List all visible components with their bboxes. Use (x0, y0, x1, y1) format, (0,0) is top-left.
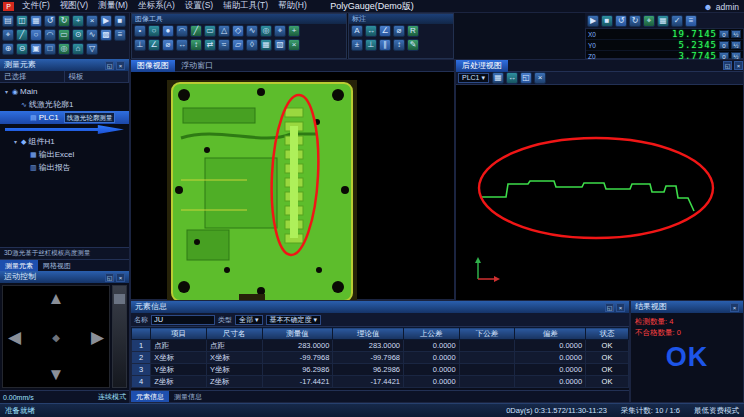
height-dim-icon[interactable]: ↕ (393, 39, 405, 51)
column-header[interactable]: 下公差 (459, 328, 515, 340)
tab-measure-info[interactable]: 测量信息 (169, 391, 207, 402)
dock-icon[interactable]: ◱ (105, 273, 114, 282)
ellipse-tool-icon[interactable]: ⊙ (72, 29, 84, 41)
tab-floating-window[interactable]: 浮动窗口 (175, 60, 219, 72)
delete-icon[interactable]: × (86, 15, 98, 27)
filter-icon[interactable]: ▽ (86, 43, 98, 55)
table-row[interactable]: 1点距点距283.0000283.00000.00000.0000OK (132, 340, 629, 352)
add-icon[interactable]: + (72, 15, 84, 27)
tab-selected[interactable]: 已选择 (0, 71, 65, 82)
crosshair-icon[interactable]: ⌖ (274, 25, 286, 37)
menu-item-5[interactable]: 辅助工具(T) (218, 0, 273, 12)
grid-icon[interactable]: ▦ (260, 39, 272, 51)
menu-item-2[interactable]: 测量(M) (93, 0, 133, 12)
angle-icon[interactable]: ∠ (148, 39, 160, 51)
axis-zero-button[interactable]: 0 (719, 30, 729, 38)
column-header[interactable]: 项目 (151, 328, 207, 340)
uncertainty-filter-select[interactable]: 基本不确定度 ▾ (266, 315, 322, 325)
point-tool-icon[interactable]: ⌖ (2, 29, 14, 41)
table-row[interactable]: 4Z坐标Z坐标-17.4421-17.44210.00000.0000OK (132, 376, 629, 388)
dock-icon[interactable]: ◱ (105, 61, 114, 70)
tree-item-2[interactable]: ▤PLC1线激光轮廓测量 (0, 111, 129, 124)
line-icon[interactable]: ╱ (190, 25, 202, 37)
refresh-icon[interactable]: ↻ (629, 15, 641, 27)
wave-icon[interactable]: ∿ (246, 25, 258, 37)
arc-icon[interactable]: ◠ (176, 25, 188, 37)
menu-item-1[interactable]: 视图(V) (55, 0, 93, 12)
tab-grid-view[interactable]: 网格视图 (38, 260, 76, 271)
tab-post-process-view[interactable]: 后处理视图 (456, 60, 508, 72)
jog-center-button[interactable]: ◆ (52, 331, 60, 342)
plus-icon[interactable]: + (288, 25, 300, 37)
save-icon[interactable]: ▦ (30, 15, 42, 27)
locate-icon[interactable]: ⌖ (643, 15, 655, 27)
redo-icon[interactable]: ↻ (58, 15, 70, 27)
image-canvas[interactable] (131, 72, 454, 299)
menu-icon[interactable]: ≡ (685, 15, 697, 27)
perpendicular-dim-icon[interactable]: ⊥ (365, 39, 377, 51)
close-icon[interactable]: × (734, 61, 743, 70)
clear-icon[interactable]: × (534, 72, 546, 84)
jog-mode[interactable]: 连续模式 (98, 392, 126, 402)
undo-icon[interactable]: ↺ (44, 15, 56, 27)
tab-measure-elements[interactable]: 测量元素 (0, 260, 38, 271)
circle-tool-icon[interactable]: ○ (30, 29, 42, 41)
list-view-icon[interactable]: ≡ (114, 29, 126, 41)
angle-dim-icon[interactable]: ∠ (379, 25, 391, 37)
jog-up-button[interactable]: ▲ (48, 290, 65, 307)
stop-icon[interactable]: ■ (114, 15, 126, 27)
menu-item-6[interactable]: 帮助(H) (273, 0, 312, 12)
stop-icon[interactable]: ■ (601, 15, 613, 27)
zoom-in-icon[interactable]: ⊕ (2, 43, 14, 55)
approx-icon[interactable]: ≈ (218, 39, 230, 51)
new-file-icon[interactable]: ▤ (2, 15, 14, 27)
tab-template[interactable]: 模板 (65, 71, 130, 82)
caret-icon[interactable]: ▾ (12, 138, 19, 145)
column-header[interactable]: 测量值 (262, 328, 333, 340)
column-header[interactable]: 尺寸名 (206, 328, 262, 340)
swap-icon[interactable]: ⇄ (204, 39, 216, 51)
close-icon[interactable]: × (730, 303, 739, 312)
column-header[interactable]: 上公差 (404, 328, 460, 340)
caret-icon[interactable]: ▾ (3, 88, 10, 95)
point-icon[interactable]: • (134, 25, 146, 37)
menu-item-0[interactable]: 文件(F) (17, 0, 55, 12)
parallel-dim-icon[interactable]: ∥ (379, 39, 391, 51)
target-icon[interactable]: ◎ (58, 43, 70, 55)
slider-handle[interactable] (114, 294, 125, 304)
jog-speed-slider[interactable] (112, 285, 127, 388)
fit-view-icon[interactable]: ▣ (30, 43, 42, 55)
parallelogram-icon[interactable]: ▱ (232, 39, 244, 51)
circle-icon[interactable]: ○ (148, 25, 160, 37)
diameter-icon[interactable]: ⌀ (162, 39, 174, 51)
dock-icon[interactable]: ◱ (605, 303, 614, 312)
radius-dim-icon[interactable]: R (407, 25, 419, 37)
axis-half-button[interactable]: ½ (731, 41, 741, 49)
pan-icon[interactable]: ↔ (506, 72, 518, 84)
tree-item-1[interactable]: ∿线激光轮廓1 (0, 98, 129, 111)
tree-item-5[interactable]: ▥输出报告 (0, 161, 129, 174)
play-icon[interactable]: ▶ (587, 15, 599, 27)
close-icon[interactable]: × (616, 303, 625, 312)
jog-left-button[interactable]: ◀ (8, 328, 21, 345)
tree-item-0[interactable]: ▾◉Main (0, 85, 129, 98)
horizontal-dim-icon[interactable]: ↔ (176, 39, 188, 51)
width-dim-icon[interactable]: ↔ (365, 25, 377, 37)
tab-element-info[interactable]: 元素信息 (131, 391, 169, 402)
close-icon[interactable]: × (116, 273, 125, 282)
jog-down-button[interactable]: ▼ (48, 366, 65, 383)
run-icon[interactable]: ▶ (100, 15, 112, 27)
profile-select[interactable]: PLC1 ▾ (458, 73, 489, 83)
perpendicular-icon[interactable]: ⊥ (134, 39, 146, 51)
column-header[interactable]: 偏差 (515, 328, 586, 340)
solid-circle-icon[interactable]: ● (162, 25, 174, 37)
diameter-dim-icon[interactable]: ⌀ (393, 25, 405, 37)
tolerance-icon[interactable]: ± (351, 39, 363, 51)
tree-item-3[interactable]: ▾◆组件H1 (0, 135, 129, 148)
hatch-icon[interactable]: ▧ (274, 39, 286, 51)
text-annotation-icon[interactable]: A (351, 25, 363, 37)
type-filter-select[interactable]: 全部 ▾ (235, 315, 263, 325)
axis-half-button[interactable]: ½ (731, 30, 741, 38)
tree-item-4[interactable]: ▦输出Excel (0, 148, 129, 161)
axis-zero-button[interactable]: 0 (719, 41, 729, 49)
